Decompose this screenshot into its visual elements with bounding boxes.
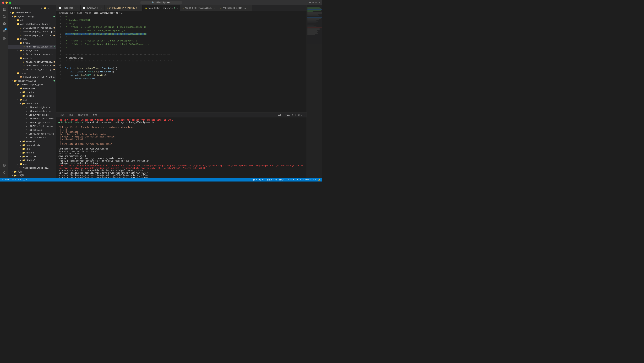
line-col[interactable]: 行 6，列 61 (已选择 56) [253, 178, 277, 181]
maximize-button[interactable] [9, 2, 11, 4]
sidebar-item-forceStop30[interactable]: ▸ ☕ 360Wallpaper_forceStop_20230830.coff… [8, 26, 56, 30]
encoding[interactable]: UTF-8 [288, 179, 294, 181]
language[interactable]: { } JavaScript [300, 179, 316, 181]
sidebar-item-dynamicDebug[interactable]: ▾ 📂 dynamicDebug [8, 15, 56, 19]
more-options-icon[interactable]: ··· [50, 7, 54, 9]
sidebar-item-jadx[interactable]: ▾ 📂 360Wallpaper_jadx [8, 83, 56, 87]
sidebar-item-shijian[interactable]: ▸ 📁 时间线 [8, 174, 56, 177]
sidebar-item-x86[interactable]: ▸ 📁 x86 [8, 147, 56, 151]
sidebar-item-killAll[interactable]: ▸ ☕ 360Wallpaper_killAllProcess_20230831… [8, 34, 56, 37]
tab-forceStop31[interactable]: ☕ 360Wallpaper_forceStop_20230831.coffee… [105, 5, 142, 11]
window-icon[interactable]: ⊡ [316, 1, 317, 4]
extensions-icon[interactable] [1, 35, 8, 42]
sidebar-item-kotlin[interactable]: ▸ 📁 kotlin [8, 94, 56, 98]
tab-readme[interactable]: 📄 README.md ✕ [81, 5, 105, 11]
tab-fridahook-close[interactable]: ✕ [213, 7, 216, 10]
sidebar-item-input[interactable]: ▾ 📂 input [8, 71, 56, 75]
tab-forceStop31-close[interactable]: ✕ [139, 7, 140, 10]
new-file-icon[interactable]: ⊕ [41, 7, 42, 9]
nav-forward-icon[interactable]: → [19, 1, 20, 4]
tree-root[interactable]: ▾ 📁 360WALLPAPER [8, 11, 56, 15]
sidebar-item-androidmanifest[interactable]: ▸ </> AndroidManifest.xml [8, 166, 56, 170]
tab-gitignore[interactable]: 📄 .gitignore ✕ [56, 5, 81, 11]
sidebar-item-staticAnalysis[interactable]: ▾ 📂 staticAnalysis [8, 79, 56, 83]
panel-tab-output[interactable]: 输出 [67, 113, 75, 117]
search-bar[interactable]: 🔍 360Wallpaper [140, 1, 182, 5]
sidebar-item-frida[interactable]: ▾ 📂 frida [8, 41, 56, 45]
sidebar-item-libEncryptor[interactable]: ▸ ≡ libEncryptorP.so [8, 121, 56, 124]
breadcrumb-part2[interactable]: Frida [76, 12, 82, 14]
sidebar-item-arm64[interactable]: ▾ 📂 arm64-v8a [8, 102, 56, 106]
layout-icon[interactable]: ⊞ [310, 1, 311, 4]
panel-tab-debug[interactable]: 调试控制台 [76, 113, 90, 117]
close-icon[interactable]: ✕ [318, 1, 320, 4]
sidebar-item-libmmkv[interactable]: ▸ ≡ libmmkv.so [8, 128, 56, 132]
sidebar-item-hookResult[interactable]: ▸ JS hook_360Wallpaper_forceStop_2023083… [8, 64, 56, 68]
split-icon[interactable]: ⊟ [312, 1, 314, 4]
git-icon[interactable] [1, 20, 8, 27]
git-branch[interactable]: ⎇ main* [2, 179, 10, 181]
feedback-icon[interactable]: 🔔 [318, 179, 320, 181]
account-icon[interactable] [1, 162, 8, 169]
breadcrumb-part1[interactable]: dynamicDebug [58, 12, 73, 14]
refresh-icon[interactable]: ↺ [48, 7, 49, 9]
tab-hook360-close[interactable]: ✕ [176, 7, 178, 10]
sidebar-item-results[interactable]: ▾ 📂 results [8, 56, 56, 60]
settings-icon[interactable] [1, 169, 8, 176]
sidebar-item-libapm1[interactable]: ▸ ≡ libapminsighta.so [8, 106, 56, 109]
tab-hook360[interactable]: JS hook_360Wallpaper.js M ✕ [142, 5, 180, 11]
tab-fridaTrace-close[interactable]: ✕ [247, 7, 250, 10]
tab-readme-close[interactable]: ✕ [100, 7, 102, 10]
sidebar-item-assets[interactable]: ▸ 📁 assets [8, 90, 56, 94]
sidebar-item-hook360[interactable]: ▸ JS hook_360Wallpaper.js M [8, 45, 56, 49]
chevron-up-icon[interactable]: ∧ [301, 114, 302, 116]
sidebar-item-forceStop31[interactable]: ▸ ☕ 360Wallpaper_forceStop_20230831.coff… [8, 30, 56, 34]
sidebar-item-okhttp3[interactable]: ▸ 📁 okhttp3 [8, 158, 56, 162]
search-activity-icon[interactable] [1, 13, 8, 20]
sidebar-item-fridaTrace[interactable]: ▸ ☕ fridaTrace_ActivityManagerService_al… [8, 68, 56, 71]
spaces[interactable]: 空格: 2 [279, 178, 286, 181]
tab-fridahook[interactable]: ☕ frida_hook_360Wallpaper_forceStop_2023… [180, 5, 218, 11]
tab-gitignore-close[interactable]: ✕ [76, 7, 78, 10]
sidebar-item-libbuffer[interactable]: ▸ ≡ libbuffer_pg.so [8, 113, 56, 117]
sidebar-item-apk[interactable]: ▸ 📦 360Wallpaper_1.0.4_apkcombo.com.apk [8, 75, 56, 79]
sidebar-item-metainf[interactable]: ▸ 📁 META-INF [8, 155, 56, 158]
breadcrumb-part4[interactable]: hook_360Wallpaper.js [94, 12, 118, 14]
panel-tab-terminal[interactable]: 终端 [91, 113, 99, 117]
close-button[interactable] [2, 2, 4, 4]
sidebar-item-libPgl[interactable]: ▸ ≡ libPglmetasec_ov.so [8, 132, 56, 136]
sidebar-item-daxiong[interactable]: ▸ 📁 大熊 [8, 170, 56, 174]
sidebar-item-res[interactable]: ▸ 📁 res [8, 162, 56, 166]
sidebar-item-armeabi[interactable]: ▸ 📁 armeabi [8, 140, 56, 143]
sidebar-item-libapm2[interactable]: ▸ ≡ libapminsightb.so [8, 109, 56, 113]
explorer-icon[interactable] [1, 6, 8, 13]
sidebar-item-Frida[interactable]: ▾ 📂 Frida [8, 37, 56, 41]
add-terminal-icon[interactable]: ＋ [294, 114, 296, 117]
sidebar-item-libfile[interactable]: ▸ ≡ libfile_lock_pg.so [8, 124, 56, 128]
sidebar-item-androidstudio[interactable]: ▸ 📁 AndroidStudio / logcat [8, 22, 56, 26]
breadcrumb-part5[interactable]: ... [121, 12, 125, 14]
split-terminal-icon[interactable]: ⊞ [292, 114, 293, 116]
code-editor[interactable]: /** * Update: 20230831 * Usage: * frida … [62, 15, 306, 112]
warnings-count[interactable]: ⚠ 0 [18, 179, 21, 181]
errors-count[interactable]: ⊗ 0 [12, 179, 16, 181]
debug-icon[interactable]: 1 [1, 28, 8, 35]
trash-icon[interactable]: 🗑 [298, 114, 300, 116]
new-folder-icon[interactable]: 📁 [44, 7, 46, 9]
sidebar-item-armeabiv7a[interactable]: ▸ 📁 armeabi-v7a [8, 143, 56, 147]
close-panel-icon[interactable]: ✕ [304, 114, 305, 116]
tab-fridaTrace[interactable]: ☕ fridaTrace_Activ... ✕ [218, 5, 252, 11]
sidebar-item-libThree[interactable]: ▸ ≡ libThreeWP.so [8, 136, 56, 140]
sidebar-item-fridaActivity[interactable]: ▸ ☕ frida_ActivityManagerService_allFunc… [8, 60, 56, 64]
terminal[interactable]: Failed to attach: unexpectedly timed out… [56, 118, 306, 178]
sidebar-item-lib[interactable]: ▾ 📂 lib [8, 98, 56, 102]
line-ending[interactable]: LF [296, 179, 298, 181]
sidebar-item-trace-commands[interactable]: ▸ ☕ frida_trace_commands.coffee [8, 53, 56, 56]
sidebar-item-adb[interactable]: ▸ 📁 adb [8, 19, 56, 22]
sidebar-item-resources[interactable]: ▾ 📂 resources [8, 87, 56, 90]
panel-tab-problems[interactable]: 问题 [58, 113, 66, 117]
editor[interactable]: 12345 678910 1112131415 16171819 /** * U… [56, 15, 306, 112]
sidebar-item-x86_64[interactable]: ▸ 📁 x86_64 [8, 151, 56, 155]
sidebar-item-frida-trace[interactable]: ▾ 📂 frida_trace [8, 49, 56, 53]
minimize-button[interactable] [6, 2, 8, 4]
